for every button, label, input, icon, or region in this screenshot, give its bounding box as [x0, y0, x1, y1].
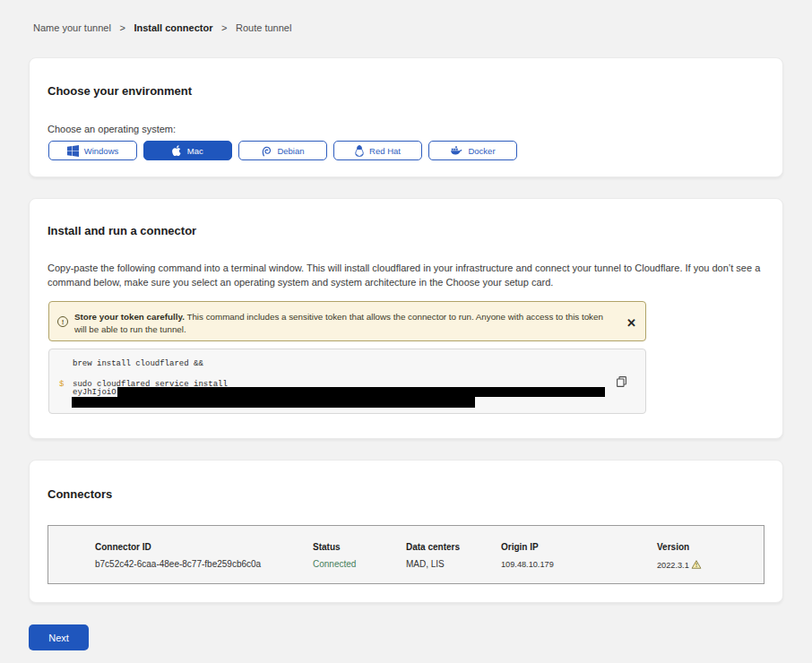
svg-text:!: !	[695, 562, 697, 568]
